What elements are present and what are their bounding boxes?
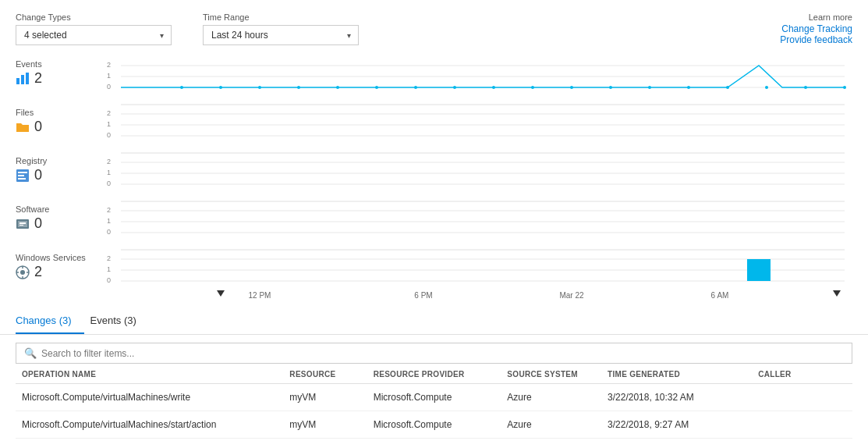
tabs-section: Changes (3) Events (3) <box>0 302 868 335</box>
row2-caller <box>752 411 852 439</box>
row3-resource: myVM <box>283 439 367 449</box>
svg-point-43 <box>453 86 456 89</box>
windows-services-value: 2 <box>16 264 104 280</box>
svg-rect-10 <box>19 225 23 226</box>
y-label-events-2: 2 <box>107 61 111 69</box>
files-title: Files <box>16 108 104 117</box>
software-count: 0 <box>34 215 42 232</box>
row3-operation: Microsoft.Compute/virtualMachines/deallo… <box>16 439 283 449</box>
svg-rect-0 <box>16 78 19 84</box>
svg-point-41 <box>375 86 378 89</box>
windows-services-title: Windows Services <box>16 253 104 262</box>
row3-time: 3/22/2018, 9:25 AM <box>601 439 752 449</box>
row1-resource: myVM <box>283 384 367 411</box>
registry-title: Registry <box>16 156 104 165</box>
y-label-files-1: 1 <box>107 120 111 128</box>
table-row[interactable]: Microsoft.Compute/virtualMachines/deallo… <box>16 439 852 449</box>
row2-source: Azure <box>501 411 601 439</box>
row1-caller <box>752 384 852 411</box>
registry-value: 0 <box>16 167 104 183</box>
svg-point-12 <box>20 270 25 275</box>
software-label-item: Software 0 <box>16 201 104 250</box>
row3-caller <box>752 439 852 449</box>
tab-changes[interactable]: Changes (3) <box>16 310 84 334</box>
y-label-sw-0: 0 <box>107 228 111 236</box>
learn-more-section: Learn more Change Tracking Provide feedb… <box>780 12 852 45</box>
events-count: 2 <box>34 70 42 87</box>
events-value: 2 <box>16 70 104 87</box>
row2-time: 3/22/2018, 9:27 AM <box>601 411 752 439</box>
y-label-files-2: 2 <box>107 109 111 117</box>
results-table: OPERATION NAME RESOURCE RESOURCE PROVIDE… <box>16 364 852 448</box>
tab-events[interactable]: Events (3) <box>90 310 149 334</box>
software-icon <box>16 217 30 231</box>
provide-feedback-link[interactable]: Provide feedback <box>780 34 852 45</box>
svg-point-46 <box>570 86 573 89</box>
y-label-events-0: 0 <box>107 83 111 91</box>
x-label-12pm: 12 PM <box>249 291 271 300</box>
table-row[interactable]: Microsoft.Compute/virtualMachines/write … <box>16 384 852 411</box>
y-label-sw-2: 2 <box>107 206 111 214</box>
svg-point-36 <box>180 86 183 89</box>
svg-point-37 <box>219 86 222 89</box>
x-axis-triangle-left <box>217 290 225 297</box>
time-range-select[interactable]: Last 24 hours <box>203 25 359 45</box>
x-label-mar22: Mar 22 <box>559 291 584 300</box>
change-types-select[interactable]: 4 selected <box>16 25 172 45</box>
row1-provider: Microsoft.Compute <box>367 384 501 411</box>
svg-point-42 <box>414 86 417 89</box>
change-types-label: Change Types <box>16 12 172 22</box>
windows-services-bar <box>747 259 771 281</box>
row1-time: 3/22/2018, 10:32 AM <box>601 384 752 411</box>
files-value: 0 <box>16 119 104 135</box>
chart-labels-column: Events 2 Files 0 Registry <box>16 56 104 302</box>
table-row[interactable]: Microsoft.Compute/virtualMachines/start/… <box>16 411 852 439</box>
registry-icon <box>16 169 30 183</box>
files-count: 0 <box>34 119 42 135</box>
files-label-item: Files 0 <box>16 105 104 153</box>
col-header-resource: RESOURCE <box>283 364 367 384</box>
svg-point-48 <box>648 86 651 89</box>
svg-point-49 <box>687 86 690 89</box>
search-input[interactable] <box>41 348 844 359</box>
svg-rect-9 <box>19 222 26 224</box>
registry-label-item: Registry 0 <box>16 153 104 201</box>
table-body: Microsoft.Compute/virtualMachines/write … <box>16 384 852 449</box>
svg-point-40 <box>336 86 339 89</box>
y-label-reg-2: 2 <box>107 158 111 165</box>
row2-resource: myVM <box>283 411 367 439</box>
svg-point-51 <box>765 86 768 89</box>
svg-point-50 <box>726 86 729 89</box>
svg-rect-6 <box>18 178 26 180</box>
main-chart-svg: 2 1 0 2 1 0 2 1 0 2 1 <box>104 56 852 302</box>
col-header-operation: OPERATION NAME <box>16 364 283 384</box>
x-label-6pm: 6 PM <box>414 291 432 300</box>
svg-rect-4 <box>18 172 27 173</box>
change-tracking-link[interactable]: Change Tracking <box>780 23 852 34</box>
change-types-select-wrapper[interactable]: 4 selected <box>16 25 172 45</box>
row2-provider: Microsoft.Compute <box>367 411 501 439</box>
y-label-ws-0: 0 <box>107 276 111 284</box>
software-value: 0 <box>16 215 104 232</box>
col-header-provider: RESOURCE PROVIDER <box>367 364 501 384</box>
svg-point-45 <box>531 86 534 89</box>
events-label-item: Events 2 <box>16 56 104 105</box>
svg-point-39 <box>297 86 300 89</box>
x-axis-triangle-right <box>833 290 841 297</box>
col-header-source: SOURCE SYSTEM <box>501 364 601 384</box>
windows-services-label-item: Windows Services 2 <box>16 250 104 298</box>
bar-chart-icon <box>16 72 30 86</box>
software-title: Software <box>16 204 104 214</box>
top-bar: Change Types 4 selected Time Range Last … <box>0 0 868 53</box>
time-range-select-wrapper[interactable]: Last 24 hours <box>203 25 359 45</box>
registry-count: 0 <box>34 167 42 183</box>
change-types-filter: Change Types 4 selected <box>16 12 172 45</box>
table-section: OPERATION NAME RESOURCE RESOURCE PROVIDE… <box>16 364 852 448</box>
y-label-events-1: 1 <box>107 72 111 80</box>
learn-more-label: Learn more <box>780 12 852 22</box>
search-bar[interactable]: 🔍 <box>16 343 852 364</box>
services-icon <box>16 265 30 279</box>
row1-operation: Microsoft.Compute/virtualMachines/write <box>16 384 283 411</box>
windows-services-count: 2 <box>34 264 42 280</box>
svg-point-44 <box>492 86 495 89</box>
